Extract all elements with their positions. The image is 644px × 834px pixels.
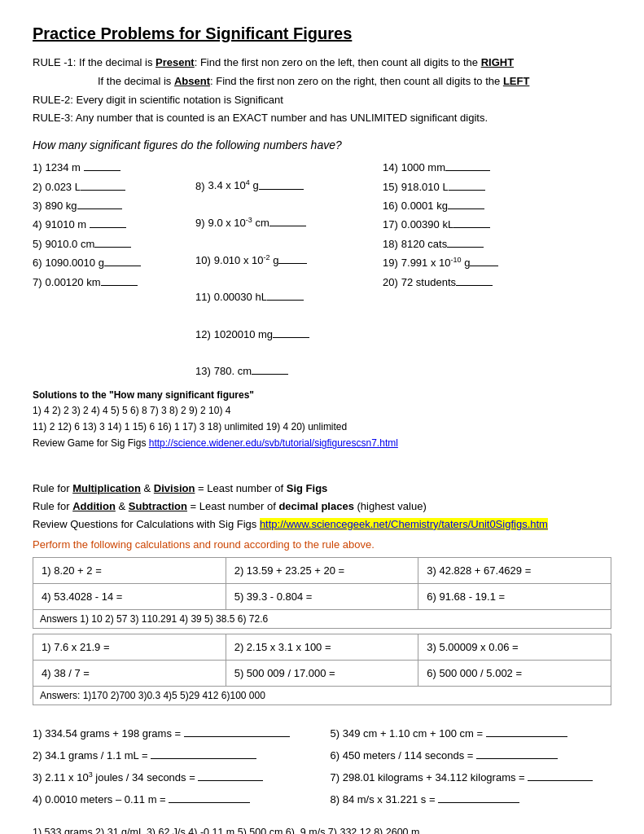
problem-10: 10) 9.010 x 10-2 g <box>195 251 383 270</box>
word-problems-left: 1) 334.54 grams + 198 grams = 2) 34.1 gr… <box>33 723 314 811</box>
calc-cell-2-3: 6) 91.68 - 19.1 = <box>418 583 611 609</box>
rule3: RULE-3: Any number that is counted is an… <box>33 110 611 127</box>
solutions-title: Solutions to the "How many significant f… <box>33 389 611 401</box>
calc-table-2: 1) 7.6 x 21.9 = 2) 2.15 x 3.1 x 100 = 3)… <box>33 634 611 705</box>
orange-instruction: Perform the following calculations and r… <box>33 538 611 551</box>
problem-12: 12) 1020010 mg <box>195 325 383 344</box>
problem-20: 20) 72 students <box>383 273 570 292</box>
calc-cell-2-1: 4) 53.4028 - 14 = <box>33 583 226 609</box>
calc-cell2-1-2: 2) 2.15 x 3.1 x 100 = <box>226 634 418 660</box>
calc-cell-2-2: 5) 39.3 - 0.804 = <box>226 583 418 609</box>
calc-cell-1-1: 1) 8.20 + 2 = <box>33 557 226 583</box>
problem-5: 5) 9010.0 cm <box>33 235 195 253</box>
problem-9: 9) 9.0 x 10-3 cm <box>195 213 383 233</box>
problem-16: 16) 0.0001 kg <box>383 196 570 215</box>
calc-cell-1-2: 2) 13.59 + 23.25 + 20 = <box>226 557 418 583</box>
wp-6: 6) 450 meters / 114 seconds = <box>331 745 612 766</box>
final-answers: 1) 533 grams 2) 31 g/mL 3) 62 J/s 4) -0.… <box>33 824 611 834</box>
col3: 14) 1000 mm 15) 918.010 L 16) 0.0001 kg … <box>383 158 570 380</box>
problem-3: 3) 890 kg <box>33 196 195 215</box>
problems-grid: 1) 1234 m 2) 0.023 L 3) 890 kg 4) 91010 … <box>33 158 611 380</box>
solutions-row2: 11) 2 12) 6 13) 3 14) 1 15) 6 16) 1 17) … <box>33 419 611 435</box>
problem-15: 15) 918.010 L <box>383 178 570 196</box>
calc-cell2-2-3: 6) 500 000 / 5.002 = <box>418 660 611 686</box>
page-title: Practice Problems for Significant Figure… <box>33 24 611 43</box>
calc-cell2-1-1: 1) 7.6 x 21.9 = <box>33 634 226 660</box>
review-game-link[interactable]: http://science.widener.edu/svb/tutorial/… <box>149 437 398 449</box>
problem-14: 14) 1000 mm <box>383 158 570 177</box>
calc-cell2-2-1: 4) 38 / 7 = <box>33 660 226 686</box>
section1-heading: How many significant figures do the foll… <box>33 138 611 151</box>
wp-5: 5) 349 cm + 1.10 cm + 100 cm = <box>331 723 612 744</box>
word-problems-section: 1) 334.54 grams + 198 grams = 2) 34.1 gr… <box>33 723 611 811</box>
table1-answers: Answers 1) 10 2) 57 3) 110.291 4) 39 5) … <box>33 609 611 628</box>
word-problems-right: 5) 349 cm + 1.10 cm + 100 cm = 6) 450 me… <box>331 723 612 811</box>
rule-mult-div-section: Rule for Multiplication & Division = Lea… <box>33 480 611 533</box>
col1: 1) 1234 m 2) 0.023 L 3) 890 kg 4) 91010 … <box>33 158 195 380</box>
solutions-section: Solutions to the "How many significant f… <box>33 389 611 452</box>
problem-11: 11) 0.00030 hL <box>195 288 383 306</box>
problem-6: 6) 1090.0010 g <box>33 253 195 272</box>
calc-table-1: 1) 8.20 + 2 = 2) 13.59 + 23.25 + 20 = 3)… <box>33 557 611 629</box>
problem-17: 17) 0.00390 kL <box>383 215 570 234</box>
problem-2: 2) 0.023 L <box>33 178 195 196</box>
wp-7: 7) 298.01 kilograms + 34.112 kilograms = <box>331 767 612 788</box>
problem-7: 7) 0.00120 km <box>33 273 195 292</box>
rule2: RULE-2: Every digit in scientific notati… <box>33 92 611 109</box>
wp-3: 3) 2.11 x 103 joules / 34 seconds = <box>33 767 314 788</box>
review-calc-link[interactable]: http://www.sciencegeek.net/Chemistry/tat… <box>260 518 548 530</box>
wp-2: 2) 34.1 grams / 1.1 mL = <box>33 745 314 766</box>
rule1b: If the decimal is Absent: Find the first… <box>98 73 611 90</box>
wp-4: 4) 0.0010 meters – 0.11 m = <box>33 789 314 810</box>
problem-18: 18) 8120 cats <box>383 235 570 253</box>
problem-4: 4) 91010 m <box>33 215 195 234</box>
table2-answers: Answers: 1)170 2)700 3)0.3 4)5 5)29 412 … <box>33 686 611 705</box>
problem-19: 19) 7.991 x 10-10 g <box>383 253 570 273</box>
rule1: RULE -1: If the decimal is Present: Find… <box>33 55 611 72</box>
calc-cell2-1-3: 3) 5.00009 x 0.06 = <box>418 634 611 660</box>
solutions-row1: 1) 4 2) 2 3) 2 4) 4 5) 5 6) 8 7) 3 8) 2 … <box>33 402 611 419</box>
problem-13: 13) 780. cm <box>195 362 383 380</box>
calc-cell-1-3: 3) 42.828 + 67.4629 = <box>418 557 611 583</box>
problem-8: 8) 3.4 x 104 g <box>195 176 383 195</box>
review-game-row: Review Game for Sig Figs http://science.… <box>33 435 611 451</box>
problem-1: 1) 1234 m <box>33 158 195 177</box>
rules-section: RULE -1: If the decimal is Present: Find… <box>33 55 611 127</box>
col2: 8) 3.4 x 104 g 9) 9.0 x 10-3 cm 10) 9.01… <box>195 158 383 380</box>
wp-8: 8) 84 m/s x 31.221 s = <box>331 789 612 810</box>
calc-cell2-2-2: 5) 500 009 / 17.000 = <box>226 660 418 686</box>
wp-1: 1) 334.54 grams + 198 grams = <box>33 723 314 744</box>
